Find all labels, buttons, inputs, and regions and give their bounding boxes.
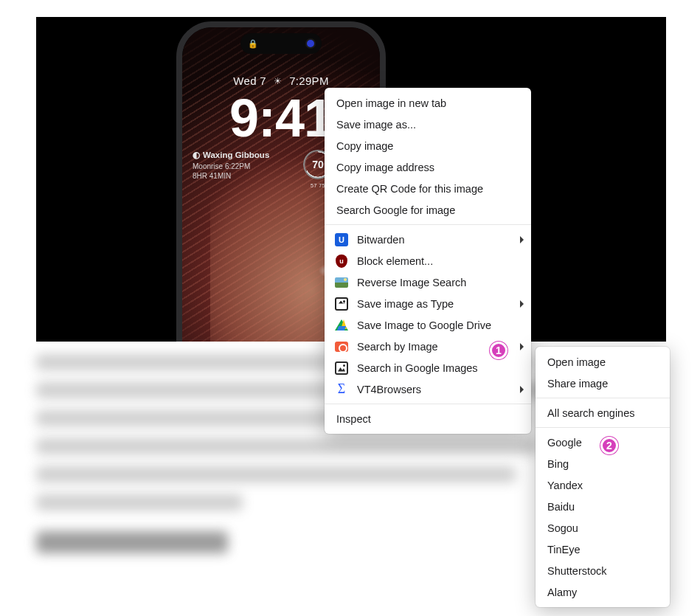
menu-label: Shutterstock — [547, 565, 607, 577]
menu-label: Copy image address — [336, 162, 434, 173]
submenu-bing[interactable]: Bing — [536, 453, 670, 474]
menu-search-in-google-images[interactable]: Search in Google Images — [325, 357, 531, 378]
menu-label: Open image in new tab — [336, 97, 446, 109]
submenu-share-image[interactable]: Share image — [536, 373, 670, 394]
menu-label: Open image — [547, 356, 606, 368]
ublock-icon: u — [335, 255, 348, 268]
submenu-baidu[interactable]: Baidu — [536, 496, 670, 517]
virustotal-icon: Σ — [335, 383, 348, 396]
menu-label: Copy image — [336, 140, 393, 152]
menu-bitwarden[interactable]: U Bitwarden — [325, 229, 531, 250]
chevron-right-icon — [520, 300, 524, 308]
menu-separator — [536, 398, 670, 398]
menu-reverse-image-search[interactable]: Reverse Image Search — [325, 271, 531, 293]
lockscreen-status: Wed 7 ☀ 7:29PM — [233, 75, 328, 87]
search-by-image-submenu: Open image Share image All search engine… — [536, 347, 670, 607]
menu-save-to-drive[interactable]: Save Image to Google Drive — [325, 314, 531, 336]
menu-copy-image[interactable]: Copy image — [325, 135, 531, 156]
image-type-icon — [335, 297, 348, 311]
menu-label: All search engines — [547, 407, 635, 419]
dynamic-island: 🔒 — [240, 33, 322, 54]
menu-label: Save image as... — [336, 119, 416, 131]
menu-separator — [325, 224, 531, 225]
submenu-yandex[interactable]: Yandex — [536, 474, 670, 496]
moon-phase: Waxing Gibbous — [203, 150, 269, 162]
menu-save-image-as-type[interactable]: Save image as Type — [325, 293, 531, 314]
menu-search-google-for-image[interactable]: Search Google for image — [325, 199, 531, 221]
submenu-alamy[interactable]: Alamy — [536, 581, 670, 603]
menu-label: Save image as Type — [357, 298, 454, 310]
menu-label: Yandex — [547, 480, 583, 491]
chevron-right-icon — [520, 386, 524, 393]
article-heading-blurred — [36, 531, 228, 553]
menu-label: VT4Browsers — [357, 384, 421, 395]
moonrise-text: Moonrise 6:22PM — [193, 162, 269, 172]
menu-label: Bitwarden — [357, 234, 404, 246]
menu-separator — [325, 404, 531, 404]
annotation-badge-1: 1 — [490, 342, 507, 359]
annotation-badge-2: 2 — [600, 437, 618, 454]
menu-save-image-as[interactable]: Save image as... — [325, 114, 531, 135]
menu-label: TinEye — [547, 544, 581, 556]
submenu-tineye[interactable]: TinEye — [536, 539, 670, 560]
menu-block-element[interactable]: u Block element... — [325, 250, 531, 271]
menu-label: Bing — [547, 458, 569, 470]
menu-inspect[interactable]: Inspect — [325, 408, 531, 429]
menu-label: Share image — [547, 378, 608, 390]
camera-dot-icon — [307, 40, 314, 47]
menu-label: Search by Image — [357, 341, 438, 353]
menu-create-qr[interactable]: Create QR Code for this image — [325, 178, 531, 199]
moon-icon: ◐ — [193, 150, 200, 162]
status-time: 7:29PM — [289, 75, 329, 87]
menu-label: Baidu — [547, 501, 575, 513]
menu-label: Reverse Image Search — [357, 277, 466, 288]
weather-icon: ☀ — [274, 76, 282, 86]
image-outline-icon — [335, 361, 348, 375]
submenu-open-image[interactable]: Open image — [536, 351, 670, 373]
landscape-icon — [335, 276, 348, 289]
menu-open-image-new-tab[interactable]: Open image in new tab — [325, 92, 531, 114]
lock-icon: 🔒 — [248, 39, 258, 49]
moon-duration: 8HR 41MIN — [193, 171, 269, 181]
menu-separator — [536, 427, 670, 428]
menu-label: Inspect — [336, 413, 371, 425]
chevron-right-icon — [520, 343, 524, 350]
menu-label: Sogou — [547, 522, 578, 534]
lockscreen-clock: 9:41 — [229, 88, 333, 148]
chevron-right-icon — [520, 236, 524, 243]
menu-label: Google — [547, 437, 582, 449]
bitwarden-icon: U — [335, 233, 348, 246]
context-menu: Open image in new tab Save image as... C… — [325, 88, 531, 434]
menu-label: Search Google for image — [336, 204, 455, 216]
menu-vt4browsers[interactable]: Σ VT4Browsers — [325, 378, 531, 400]
google-drive-icon — [335, 319, 348, 332]
menu-label: Save Image to Google Drive — [357, 319, 491, 331]
submenu-sogou[interactable]: Sogou — [536, 517, 670, 539]
moon-widget: ◐Waxing Gibbous Moonrise 6:22PM 8HR 41MI… — [193, 150, 269, 181]
menu-label: Search in Google Images — [357, 362, 478, 374]
camera-icon — [335, 340, 348, 353]
submenu-all-engines[interactable]: All search engines — [536, 402, 670, 423]
submenu-shutterstock[interactable]: Shutterstock — [536, 560, 670, 581]
menu-copy-image-address[interactable]: Copy image address — [325, 156, 531, 178]
menu-label: Alamy — [547, 586, 577, 598]
menu-label: Block element... — [357, 255, 433, 267]
menu-label: Create QR Code for this image — [336, 183, 483, 195]
status-day: Wed 7 — [233, 75, 266, 87]
